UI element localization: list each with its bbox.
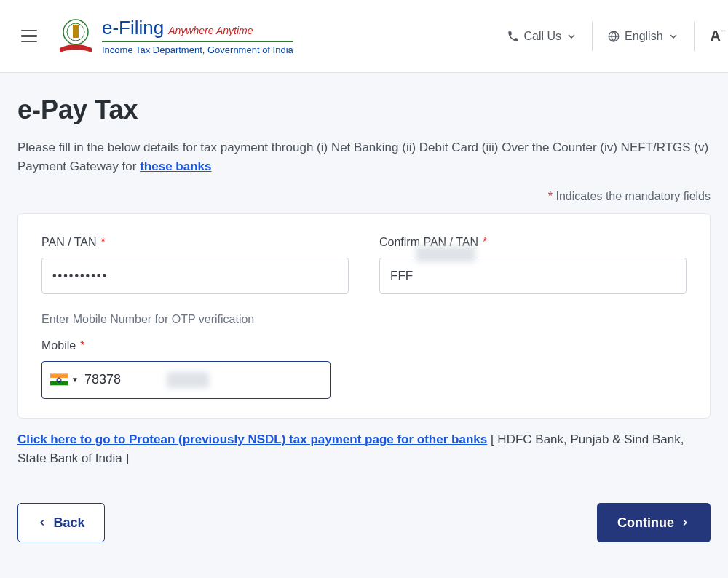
these-banks-link[interactable]: these banks	[140, 159, 211, 173]
brand-subtitle: Income Tax Department, Government of Ind…	[102, 41, 293, 55]
language-label: English	[625, 30, 662, 43]
required-star: *	[548, 190, 553, 202]
brand-name: e-Filing	[102, 17, 164, 39]
chevron-down-icon	[566, 31, 577, 42]
chevron-left-icon	[37, 518, 47, 528]
chevron-right-icon	[680, 518, 690, 528]
subtitle-text: Please fill in the below details for tax…	[17, 140, 708, 173]
otp-hint: Enter Mobile Number for OTP verification	[41, 313, 687, 326]
brand-text: e-Filing Anywhere Anytime Income Tax Dep…	[102, 17, 293, 55]
back-label: Back	[53, 515, 84, 531]
brand-logo-block[interactable]: e-Filing Anywhere Anytime Income Tax Dep…	[55, 16, 293, 57]
phone-icon	[507, 30, 520, 43]
back-button[interactable]: Back	[17, 503, 105, 542]
form-card: PAN / TAN* Confirm PAN / TAN* Enter Mobi…	[17, 213, 711, 419]
mandatory-note-text: Indicates the mandatory fields	[555, 190, 711, 202]
svg-rect-2	[73, 25, 79, 38]
page-title: e-Pay Tax	[17, 95, 711, 125]
pan-tan-input[interactable]	[41, 258, 349, 294]
confirm-pan-tan-input[interactable]	[379, 258, 687, 294]
chevron-down-icon	[668, 31, 679, 42]
other-banks-note: Click here to go to Protean (previously …	[17, 430, 711, 469]
confirm-pan-tan-label: Confirm PAN / TAN*	[379, 236, 687, 249]
hamburger-menu-icon[interactable]	[17, 25, 41, 48]
globe-icon	[607, 30, 620, 43]
partial-text-clipped: A⁻	[694, 22, 728, 51]
protean-link[interactable]: Click here to go to Protean (previously …	[17, 432, 487, 446]
mobile-field[interactable]: ▼	[41, 361, 331, 399]
app-header: e-Filing Anywhere Anytime Income Tax Dep…	[0, 0, 728, 73]
pan-tan-label: PAN / TAN*	[41, 236, 349, 249]
mobile-label: Mobile*	[41, 339, 687, 352]
mobile-input[interactable]	[84, 372, 323, 387]
emblem-icon	[55, 16, 96, 57]
mandatory-note: * Indicates the mandatory fields	[17, 190, 711, 203]
country-caret-icon[interactable]: ▼	[71, 376, 79, 384]
continue-label: Continue	[617, 515, 674, 531]
call-us-dropdown[interactable]: Call Us	[492, 22, 593, 51]
language-dropdown[interactable]: English	[592, 22, 693, 51]
india-flag-icon	[50, 373, 68, 386]
page-subtitle: Please fill in the below details for tax…	[17, 138, 711, 177]
brand-tagline: Anywhere Anytime	[168, 25, 253, 36]
call-us-label: Call Us	[524, 30, 562, 43]
continue-button[interactable]: Continue	[597, 503, 711, 542]
action-bar: Back Continue	[17, 503, 711, 542]
